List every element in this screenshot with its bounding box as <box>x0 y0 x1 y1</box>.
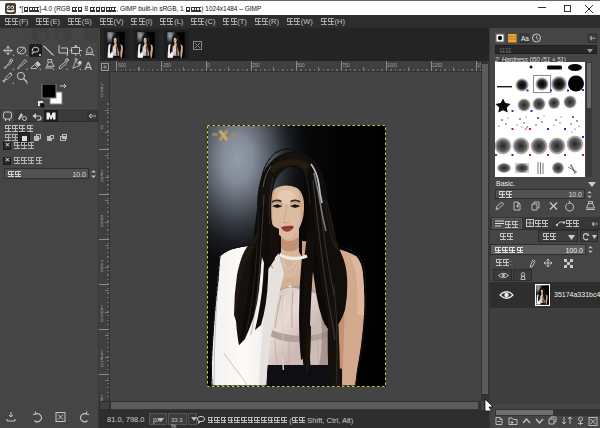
svg-text:Aa: Aa <box>521 35 529 42</box>
svg-text:A: A <box>85 60 93 72</box>
